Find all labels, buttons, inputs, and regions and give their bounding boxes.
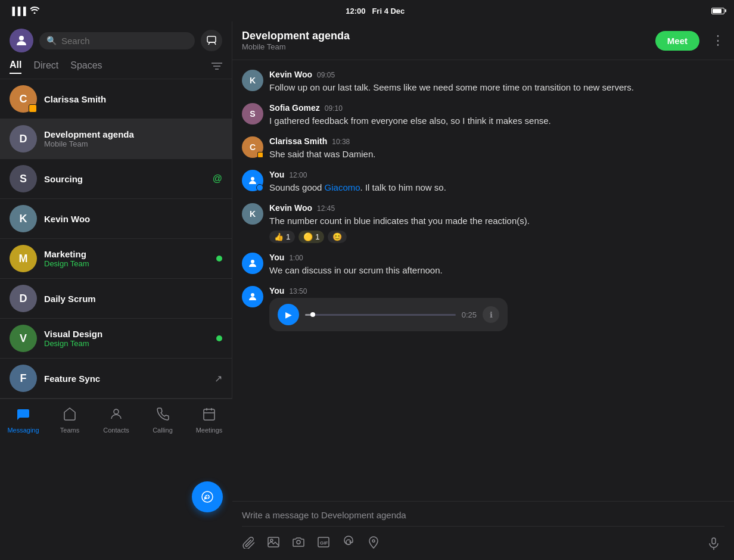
message-text: The number count in blue indicates that …	[269, 214, 724, 227]
chat-info: Feature Sync	[44, 374, 207, 384]
nav-meetings[interactable]: Meetings	[186, 407, 232, 434]
unread-indicator	[216, 335, 222, 341]
input-toolbar: GIF	[242, 533, 724, 554]
avatar: K	[10, 205, 37, 232]
message-header: You 1:00	[269, 253, 724, 262]
chat-info: Kevin Woo	[44, 214, 222, 224]
avatar: D	[10, 285, 37, 312]
more-options-button[interactable]: ⋮	[711, 33, 724, 48]
tab-spaces[interactable]: Spaces	[70, 60, 102, 73]
new-chat-fab[interactable]	[192, 481, 223, 512]
mic-button[interactable]	[703, 533, 724, 554]
nav-calling[interactable]: Calling	[139, 407, 186, 434]
message-text: Follow up on our last talk. Seems like w…	[269, 81, 724, 94]
image-icon[interactable]	[267, 536, 280, 552]
svg-text:GIF: GIF	[320, 540, 328, 546]
audio-info-button[interactable]: ℹ	[483, 306, 499, 323]
chat-meta: ↗	[214, 373, 222, 384]
sender-name: You	[269, 253, 284, 262]
avatar: S	[10, 165, 37, 192]
location-icon[interactable]	[367, 536, 380, 552]
chat-meta	[216, 335, 222, 341]
avatar: F	[10, 365, 37, 392]
chat-name: Feature Sync	[44, 374, 207, 384]
message-header: You 13:50	[269, 286, 724, 295]
message-time: 09:05	[317, 71, 335, 79]
chat-name: Visual Design	[44, 329, 209, 339]
avatar-badge	[29, 104, 37, 113]
list-item[interactable]: K Kevin Woo	[0, 199, 232, 239]
avatar: K	[242, 203, 263, 225]
nav-contacts-label: Contacts	[103, 427, 129, 434]
avatar	[242, 170, 263, 191]
list-item[interactable]: S Sourcing @	[0, 159, 232, 199]
left-panel: 🔍 All Direct Spaces	[0, 21, 232, 399]
mention-badge: @	[213, 173, 222, 184]
svg-point-18	[297, 540, 300, 544]
nav-messaging[interactable]: Messaging	[0, 407, 46, 434]
message-text: She said that was Damien.	[269, 148, 724, 160]
chat-title: Development agenda	[242, 30, 648, 42]
reactions: 👍 1 🟡 1 😊	[269, 231, 724, 243]
filter-icon[interactable]	[212, 61, 222, 73]
user-avatar[interactable]	[10, 29, 33, 52]
wifi-icon	[30, 7, 39, 15]
list-item[interactable]: D Daily Scrum	[0, 279, 232, 319]
search-input[interactable]	[61, 36, 188, 46]
attachment-icon[interactable]	[242, 536, 255, 552]
chat-sub: Mobile Team	[44, 139, 222, 148]
status-right	[711, 8, 724, 14]
nav-teams-label: Teams	[60, 427, 79, 434]
meet-button[interactable]: Meet	[655, 31, 699, 51]
list-item[interactable]: M Marketing Design Team	[0, 239, 232, 279]
svg-rect-9	[204, 409, 214, 420]
export-icon: ↗	[214, 373, 222, 384]
list-item[interactable]: D Development agenda Mobile Team	[0, 119, 232, 159]
status-left: ▐▐▐	[10, 7, 39, 15]
battery-icon	[711, 8, 724, 14]
reaction-chip[interactable]: 🟡 1	[298, 231, 324, 243]
chat-meta: @	[213, 173, 222, 184]
gif-icon[interactable]: GIF	[317, 536, 330, 552]
nav-contacts[interactable]: Contacts	[93, 407, 139, 434]
avatar: M	[10, 245, 37, 272]
nav-teams[interactable]: Teams	[46, 407, 93, 434]
reaction-chip[interactable]: 👍 1	[269, 231, 295, 243]
contacts-icon	[109, 407, 123, 425]
list-item[interactable]: V Visual Design Design Team	[0, 319, 232, 359]
camera-icon[interactable]	[292, 536, 305, 552]
message-header: Kevin Woo 12:45	[269, 203, 724, 213]
search-bar[interactable]: 🔍	[39, 32, 195, 49]
svg-rect-1	[207, 36, 216, 42]
list-item[interactable]: F Feature Sync ↗	[0, 359, 232, 399]
message-header: Sofia Gomez 09:10	[269, 103, 724, 113]
right-panel: Development agenda Mobile Team Meet ⋮ K …	[232, 21, 734, 560]
teams-icon	[63, 407, 77, 425]
message-content: Kevin Woo 12:45 The number count in blue…	[269, 203, 724, 243]
message-input-placeholder[interactable]: Write a message to Development agenda	[242, 508, 724, 527]
meetings-icon	[202, 407, 216, 425]
messages-area: K Kevin Woo 09:05 Follow up on our last …	[232, 60, 734, 501]
chat-header: Development agenda Mobile Team Meet ⋮	[232, 21, 734, 60]
chat-name: Kevin Woo	[44, 214, 222, 224]
audio-progress	[305, 314, 456, 316]
calling-icon	[155, 407, 170, 425]
avatar: C	[10, 85, 37, 113]
sender-name: Clarissa Smith	[269, 136, 327, 146]
message-content: You 1:00 We can discuss in our scrum thi…	[269, 253, 724, 276]
tab-direct[interactable]: Direct	[33, 60, 58, 73]
message-time: 1:00	[289, 254, 303, 262]
chat-name: Development agenda	[44, 129, 222, 139]
mention-icon[interactable]	[342, 536, 355, 552]
nav-messaging-label: Messaging	[7, 427, 39, 434]
filter-tabs: All Direct Spaces	[0, 57, 232, 79]
mention: Giacomo	[325, 182, 360, 192]
tab-all[interactable]: All	[10, 60, 21, 74]
compose-button[interactable]	[201, 30, 222, 51]
chat-meta	[216, 256, 222, 262]
play-button[interactable]: ▶	[278, 304, 299, 325]
reaction-chip[interactable]: 😊	[328, 231, 347, 243]
list-item[interactable]: C Clarissa Smith	[0, 79, 232, 119]
input-tools: GIF	[242, 536, 380, 552]
progress-bar[interactable]	[305, 314, 456, 316]
